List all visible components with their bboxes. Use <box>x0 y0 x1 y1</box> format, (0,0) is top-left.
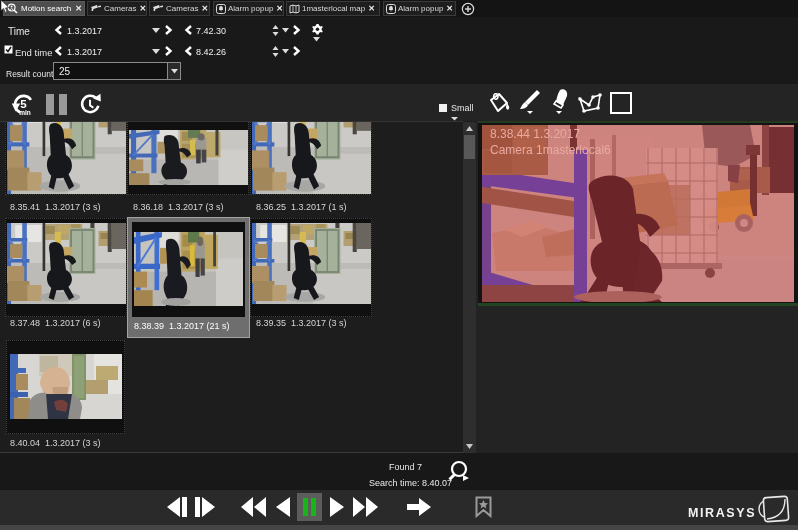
svg-text:min: min <box>19 109 31 116</box>
